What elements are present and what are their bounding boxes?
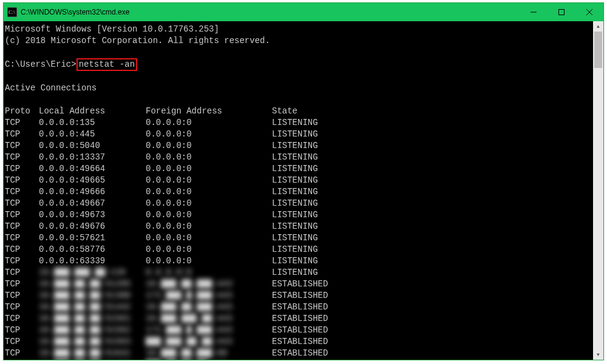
cell-state: LISTENING [272, 129, 591, 140]
cell-state: LISTENING [272, 232, 591, 244]
cell-foreign: 0.0.0.0:0 [146, 221, 272, 232]
cell-state: ESTABLISHED [272, 302, 591, 313]
cell-foreign: 0.0.0.0:0 [146, 244, 272, 255]
maximize-button[interactable] [548, 3, 575, 21]
cell-foreign: 0.0.0.0:0 [146, 140, 272, 152]
table-row: TCP0.0.0.0:496760.0.0.0:0LISTENING [5, 221, 591, 232]
cell-state: ESTABLISHED [272, 336, 591, 348]
cell-local: 10.███.██.██:51563 [39, 336, 146, 348]
minimize-button[interactable] [520, 3, 548, 21]
table-row: TCP0.0.0.0:50400.0.0.0:0LISTENING [5, 140, 591, 152]
cell-proto: TCP [5, 255, 39, 267]
svg-rect-4 [559, 10, 565, 15]
blank-line [5, 47, 591, 58]
cell-proto: TCP [5, 348, 39, 359]
table-row: TCP10.███.██.██:5120510.███.██.███:443ES… [5, 278, 591, 290]
table-row: TCP10.███.███.██:1390.0.0.0:0LISTENING [5, 267, 591, 278]
cell-proto: TCP [5, 244, 39, 255]
terminal-output[interactable]: Microsoft Windows [Version 10.0.17763.25… [4, 21, 593, 360]
cell-local: 0.0.0.0:57621 [39, 232, 146, 244]
table-row: TCP10.███.██.██:5144210.███.██.███:443ES… [5, 302, 591, 313]
cell-proto: TCP [5, 129, 39, 140]
section-title: Active Connections [5, 83, 591, 94]
close-button[interactable] [575, 3, 603, 21]
terminal-area: Microsoft Windows [Version 10.0.17763.25… [4, 21, 603, 360]
blank-line [5, 94, 591, 106]
cell-foreign: 10.███.██.███:443 [146, 278, 272, 290]
titlebar[interactable]: C:\ C:\WINDOWS\system32\cmd.exe [4, 3, 603, 21]
cell-local: 0.0.0.0:5040 [39, 140, 146, 152]
cell-local: 0.0.0.0:49673 [39, 209, 146, 221]
cell-local: 0.0.0.0:49665 [39, 175, 146, 186]
cell-foreign: 0.0.0.0:0 [146, 152, 272, 163]
cell-foreign: 0.0.0.0:0 [146, 232, 272, 244]
cell-proto: TCP [5, 278, 39, 290]
table-row: TCP0.0.0.0:496660.0.0.0:0LISTENING [5, 186, 591, 198]
window-title: C:\WINDOWS\system32\cmd.exe [21, 8, 129, 16]
cell-state: ESTABLISHED [272, 348, 591, 359]
cell-state: LISTENING [272, 221, 591, 232]
cell-proto: TCP [5, 221, 39, 232]
cell-proto: TCP [5, 140, 39, 152]
header-line: (c) 2018 Microsoft Corporation. All righ… [5, 35, 591, 47]
scroll-up-icon[interactable]: ▲ [593, 21, 603, 32]
scroll-down-icon[interactable]: ▼ [593, 349, 603, 360]
cell-proto: TCP [5, 267, 39, 278]
cell-foreign: 0.0.0.0:0 [146, 209, 272, 221]
cell-state: LISTENING [272, 117, 591, 129]
scrollbar[interactable]: ▲ ▼ [593, 21, 603, 360]
cell-local: 0.0.0.0:58776 [39, 244, 146, 255]
cell-local: 10.███.██.██:51300 [39, 290, 146, 302]
cell-proto: TCP [5, 163, 39, 175]
table-row: TCP0.0.0.0:496670.0.0.0:0LISTENING [5, 198, 591, 209]
svg-text:C:\: C:\ [8, 9, 16, 15]
cell-state: ESTABLISHED [272, 313, 591, 325]
cell-state: ESTABLISHED [272, 325, 591, 336]
cell-local: 0.0.0.0:49666 [39, 186, 146, 198]
cell-local: 10.███.███.██:139 [39, 267, 146, 278]
table-row: TCP10.███.██.██:51300173.███.█.███:443ES… [5, 290, 591, 302]
cell-foreign: ███.██.██.██:443 [146, 359, 272, 360]
cell-foreign: 173.███.█.███:443 [146, 325, 272, 336]
cell-foreign: 173.███.█.███:443 [146, 290, 272, 302]
cell-proto: TCP [5, 152, 39, 163]
cell-proto: TCP [5, 359, 39, 360]
cell-local: 0.0.0.0:49667 [39, 198, 146, 209]
table-row: TCP0.0.0.0:133370.0.0.0:0LISTENING [5, 152, 591, 163]
cell-foreign: 0.0.0.0:0 [146, 198, 272, 209]
cell-local: 10.███.██.██:51562 [39, 325, 146, 336]
table-row: TCP10.███.██.██:5164110.███.██.███:80EST… [5, 348, 591, 359]
cell-foreign: 0.0.0.0:0 [146, 175, 272, 186]
cell-local: 10.███.██.██:51205 [39, 278, 146, 290]
header-line: Microsoft Windows [Version 10.0.17763.25… [5, 24, 591, 35]
cell-state: LISTENING [272, 163, 591, 175]
table-row: TCP0.0.0.0:633390.0.0.0:0LISTENING [5, 255, 591, 267]
cell-state: ESTABLISHED [272, 278, 591, 290]
cell-state: LISTENING [272, 255, 591, 267]
table-row: TCP10.███.██.██:51562173.███.█.███:443ES… [5, 325, 591, 336]
scroll-thumb[interactable] [594, 32, 602, 68]
cell-proto: TCP [5, 209, 39, 221]
table-row: TCP0.0.0.0:496650.0.0.0:0LISTENING [5, 175, 591, 186]
table-row: TCP0.0.0.0:496730.0.0.0:0LISTENING [5, 209, 591, 221]
cmd-icon: C:\ [7, 7, 17, 17]
table-row: TCP10.███.██.██:51702███.██.██.██:443EST… [5, 359, 591, 360]
cell-state: LISTENING [272, 186, 591, 198]
table-row: TCP10.███.██.██:5156110.███.███.██:443ES… [5, 313, 591, 325]
col-state: State [272, 106, 591, 117]
cell-foreign: 10.███.██.███:80 [146, 348, 272, 359]
cmd-window: C:\ C:\WINDOWS\system32\cmd.exe Microsof… [3, 2, 604, 360]
cell-state: ESTABLISHED [272, 290, 591, 302]
cell-state: LISTENING [272, 152, 591, 163]
cell-proto: TCP [5, 232, 39, 244]
cell-state: ESTABLISHED [272, 359, 591, 360]
cell-proto: TCP [5, 336, 39, 348]
cell-local: 10.███.██.██:51702 [39, 359, 146, 360]
prompt-path: C:\Users\Eric> [5, 59, 76, 69]
cell-local: 0.0.0.0:135 [39, 117, 146, 129]
cell-foreign: 0.0.0.0:0 [146, 255, 272, 267]
cell-local: 0.0.0.0:49664 [39, 163, 146, 175]
col-local: Local Address [39, 106, 146, 117]
cell-proto: TCP [5, 198, 39, 209]
scroll-track[interactable] [593, 32, 603, 349]
